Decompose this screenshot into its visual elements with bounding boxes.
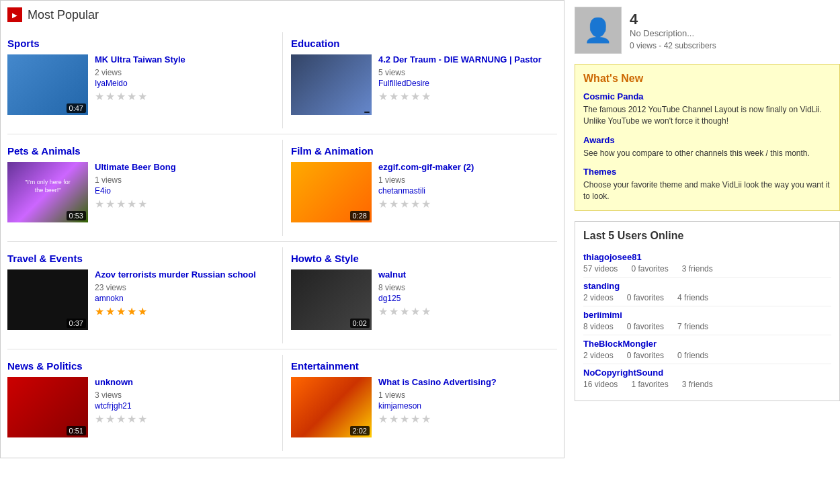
video-title[interactable]: unknown (95, 377, 274, 388)
main-content: Most Popular Sports 0:47 MK Ultra Taiwan… (0, 0, 564, 458)
video-item: 2:02 What is Casino Advertising? 1 views… (291, 377, 549, 437)
category-entertainment: Entertainment 2:02 What is Casino Advert… (282, 355, 557, 451)
video-uploader[interactable]: dg125 (378, 294, 549, 303)
video-info: MK Ultra Taiwan Style 2 views IyaMeido ★… (95, 54, 274, 103)
user-row: thiagojosee81 57 videos 0 favorites 3 fr… (583, 249, 831, 278)
video-item: 0:28 ezgif.com-gif-maker (2) 1 views che… (291, 162, 549, 222)
video-item: 0:47 MK Ultra Taiwan Style 2 views IyaMe… (7, 54, 274, 115)
categories-grid: Sports 0:47 MK Ultra Taiwan Style 2 view… (7, 32, 557, 451)
whats-new-title: What's New (583, 73, 831, 85)
user-card: 👤 4 No Description... 0 views - 42 subsc… (575, 0, 840, 64)
video-title[interactable]: What is Casino Advertising? (378, 377, 549, 388)
user-row-name[interactable]: thiagojosee81 (583, 252, 831, 262)
video-uploader[interactable]: chetanmastili (378, 186, 549, 196)
user-row-stats: 8 videos 0 favorites 7 friends (583, 322, 831, 331)
user-id: 4 (630, 11, 716, 28)
video-uploader[interactable]: kimjameson (378, 401, 549, 411)
duration-badge: 0:37 (67, 319, 86, 328)
video-rating: ★★★★★ (378, 305, 549, 318)
user-stats: 0 views - 42 subscribers (630, 41, 716, 50)
user-row: TheBlockMongler 2 videos 0 favorites 0 f… (583, 335, 831, 364)
wn-themes-title[interactable]: Themes (583, 167, 831, 177)
video-title[interactable]: ezgif.com-gif-maker (2) (378, 162, 549, 173)
category-title-sports: Sports (7, 38, 274, 49)
video-rating: ★★★★★ (95, 305, 274, 318)
video-info: walnut 8 views dg125 ★★★★★ (378, 269, 549, 318)
category-education: Education 4.2 Der Traum - DIE WARNUNG | … (282, 32, 557, 128)
video-item: 4.2 Der Traum - DIE WARNUNG | Pastor 5 v… (291, 54, 549, 115)
sidebar: 👤 4 No Description... 0 views - 42 subsc… (564, 0, 840, 458)
user-row-name[interactable]: beriimimi (583, 310, 831, 320)
page-title: Most Popular (28, 8, 99, 22)
wn-cosmic-panda-desc: The famous 2012 YouTube Channel Layout i… (583, 104, 831, 127)
video-views: 23 views (95, 283, 274, 292)
video-item: 0:37 Azov terrorists murder Russian scho… (7, 269, 274, 330)
video-views: 2 views (95, 68, 274, 77)
user-row-stats: 57 videos 0 favorites 3 friends (583, 264, 831, 274)
last-users-title: Last 5 Users Online (583, 230, 831, 242)
site-logo (7, 7, 22, 22)
video-uploader[interactable]: amnokn (95, 294, 274, 303)
category-pets: Pets & Animals "I'm only here forthe bee… (7, 140, 282, 236)
duration-badge (364, 112, 370, 113)
user-row-stats: 16 videos 1 favorites 3 friends (583, 380, 831, 389)
video-thumbnail: 0:02 (291, 269, 372, 330)
video-rating: ★★★★★ (95, 90, 274, 103)
category-news: News & Politics 0:51 unknown 3 views wtc… (7, 355, 282, 451)
wn-cosmic-panda-title[interactable]: Cosmic Panda (583, 91, 831, 101)
video-title[interactable]: Azov terrorists murder Russian school (95, 269, 274, 281)
category-title-education: Education (291, 38, 549, 49)
wn-awards-title[interactable]: Awards (583, 135, 831, 145)
duration-badge: 0:02 (350, 319, 370, 328)
user-row-name[interactable]: TheBlockMongler (583, 339, 831, 349)
video-thumbnail: 0:51 (7, 377, 88, 437)
video-info: unknown 3 views wtcfrjgh21 ★★★★★ (95, 377, 274, 425)
video-info: Azov terrorists murder Russian school 23… (95, 269, 274, 318)
video-thumbnail: "I'm only here forthe beer!" 0:53 (7, 162, 88, 222)
video-rating: ★★★★★ (95, 198, 274, 210)
video-title[interactable]: walnut (378, 269, 549, 281)
duration-badge: 0:53 (67, 211, 86, 220)
video-uploader[interactable]: FulfilledDesire (378, 79, 549, 88)
wn-themes-desc: Choose your favorite theme and make VidL… (583, 179, 831, 202)
category-title-news: News & Politics (7, 360, 274, 372)
user-row-name[interactable]: standing (583, 281, 831, 291)
user-row-stats: 2 videos 0 favorites 0 friends (583, 351, 831, 360)
video-rating: ★★★★★ (378, 90, 549, 103)
user-row: standing 2 videos 0 favorites 4 friends (583, 278, 831, 306)
video-thumbnail: 0:47 (7, 54, 88, 115)
video-thumbnail (291, 54, 372, 115)
video-views: 8 views (378, 283, 549, 292)
video-views: 1 views (378, 390, 549, 400)
video-info: 4.2 Der Traum - DIE WARNUNG | Pastor 5 v… (378, 54, 549, 103)
video-uploader[interactable]: IyaMeido (95, 79, 274, 88)
user-row-stats: 2 videos 0 favorites 4 friends (583, 293, 831, 302)
video-title[interactable]: Ultimate Beer Bong (95, 162, 274, 173)
duration-badge: 2:02 (350, 426, 370, 435)
video-title[interactable]: MK Ultra Taiwan Style (95, 54, 274, 66)
video-title[interactable]: 4.2 Der Traum - DIE WARNUNG | Pastor (378, 54, 549, 66)
video-uploader[interactable]: wtcfrjgh21 (95, 401, 274, 411)
user-row: NoCopyrightSound 16 videos 1 favorites 3… (583, 364, 831, 392)
video-item: 0:02 walnut 8 views dg125 ★★★★★ (291, 269, 549, 330)
video-uploader[interactable]: E4io (95, 186, 274, 196)
video-views: 1 views (378, 175, 549, 185)
video-views: 1 views (95, 175, 274, 185)
category-title-film: Film & Animation (291, 145, 549, 157)
wn-awards-desc: See how you compare to other channels th… (583, 148, 831, 159)
video-views: 5 views (378, 68, 549, 77)
category-title-howto: Howto & Style (291, 253, 549, 264)
category-film: Film & Animation 0:28 ezgif.com-gif-make… (282, 140, 557, 236)
category-title-pets: Pets & Animals (7, 145, 274, 157)
category-travel: Travel & Events 0:37 Azov terrorists mur… (7, 247, 282, 343)
video-thumbnail: 0:37 (7, 269, 88, 330)
video-views: 3 views (95, 390, 274, 400)
last-users-box: Last 5 Users Online thiagojosee81 57 vid… (575, 221, 840, 401)
user-row: beriimimi 8 videos 0 favorites 7 friends (583, 306, 831, 335)
duration-badge: 0:47 (67, 103, 86, 113)
right-column: Education 4.2 Der Traum - DIE WARNUNG | … (282, 32, 557, 451)
user-row-name[interactable]: NoCopyrightSound (583, 368, 831, 378)
video-rating: ★★★★★ (378, 198, 549, 210)
user-info: 4 No Description... 0 views - 42 subscri… (630, 11, 716, 50)
category-title-travel: Travel & Events (7, 253, 274, 264)
